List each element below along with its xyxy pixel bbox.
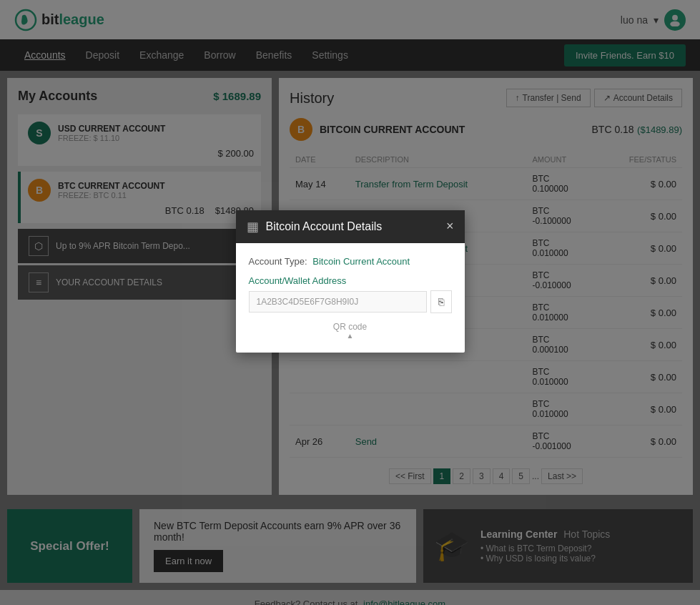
modal-qr-label: QR code — [333, 322, 367, 332]
modal-overlay: ▦ Bitcoin Account Details × Account Type… — [0, 0, 700, 605]
modal-body: Account Type: Bitcoin Current Account Ac… — [236, 243, 465, 353]
modal-account-type: Account Type: Bitcoin Current Account — [249, 256, 452, 267]
modal-qr-section[interactable]: QR code ▲ — [249, 322, 452, 340]
modal-header-icon: ▦ — [247, 219, 259, 235]
modal: ▦ Bitcoin Account Details × Account Type… — [236, 210, 465, 353]
modal-header: ▦ Bitcoin Account Details × — [236, 210, 465, 243]
modal-address-input[interactable] — [249, 291, 427, 313]
modal-close-button[interactable]: × — [446, 219, 454, 234]
modal-copy-button[interactable]: ⎘ — [430, 290, 452, 313]
modal-address-row: ⎘ — [249, 290, 452, 313]
modal-qr-arrow-icon: ▲ — [249, 332, 452, 340]
modal-title: Bitcoin Account Details — [266, 220, 383, 233]
modal-wallet-label: Account/Wallet Address — [249, 275, 452, 286]
modal-account-type-link[interactable]: Bitcoin Current Account — [312, 256, 410, 267]
